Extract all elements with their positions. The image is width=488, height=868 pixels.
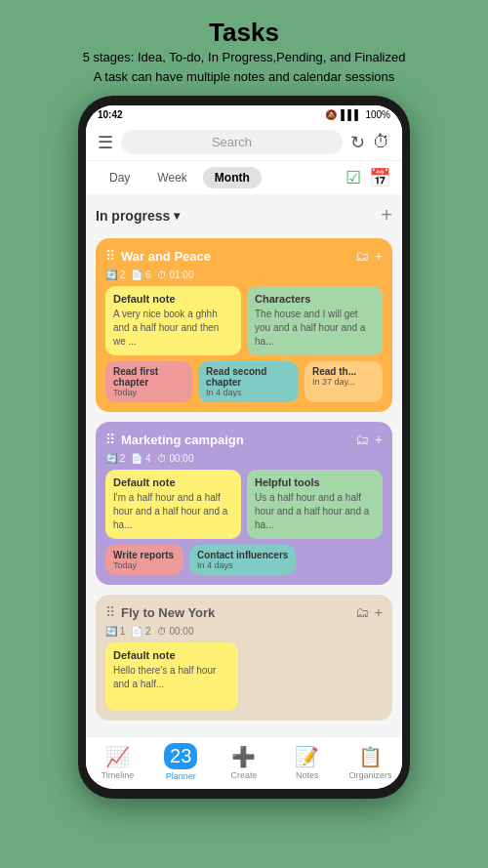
note-card-default-fly: Default note Hello there's a half hour a… [105, 642, 238, 711]
copy-icon[interactable]: 🗂 [355, 248, 369, 264]
task-title: Fly to New York [121, 605, 355, 620]
note-card-default: Default note A very nice book a ghhh and… [105, 286, 241, 355]
tab-icons: ☑ 📅 [346, 167, 390, 188]
task-sessions-count: 🔄 2 [105, 453, 125, 464]
status-battery: 🔕 ▌▌▌ 100% [325, 109, 390, 120]
session-chip-write[interactable]: Write reports Today [105, 545, 183, 575]
content-area: In progress ▾ + ⠿ War and Peace 🗂 + 🔄 2 [86, 194, 402, 736]
page-header: Tasks 5 stages: Idea, To-do, In Progress… [63, 0, 426, 96]
tab-day[interactable]: Day [98, 167, 142, 188]
note-body: I'm a half hour and a half hour and a ha… [113, 491, 233, 532]
session-title: Write reports [113, 550, 176, 560]
nav-label-notes: Notes [296, 770, 319, 780]
task-card-header: ⠿ Marketing campaign 🗂 + [105, 432, 383, 447]
task-meta: 🔄 2 📄 4 ⏱ 00:00 [105, 453, 383, 464]
stage-dropdown-icon[interactable]: ▾ [174, 209, 180, 223]
session-chip-contact[interactable]: Contact influencers In 4 days [189, 545, 296, 575]
notes-row: Default note Hello there's a half hour a… [105, 642, 383, 711]
tab-month[interactable]: Month [203, 167, 262, 188]
task-notes-count: 📄 4 [131, 453, 150, 464]
search-input[interactable]: Search [121, 130, 343, 154]
signal-icon: ▌▌▌ [341, 109, 361, 120]
task-actions: 🗂 + [355, 248, 383, 264]
app-toolbar: ☰ Search ↻ ⏱ [86, 124, 402, 161]
nav-label-planner: Planner [166, 771, 196, 781]
session-sub: In 37 day... [312, 377, 375, 387]
copy-icon[interactable]: 🗂 [355, 432, 369, 447]
task-title: War and Peace [121, 249, 355, 264]
task-meta: 🔄 2 📄 6 ⏱ 01:00 [105, 269, 383, 280]
session-sub: Today [113, 560, 176, 570]
timer-icon[interactable]: ⏱ [373, 132, 390, 152]
task-duration: ⏱ 00:00 [157, 626, 194, 637]
session-title: Read th... [312, 366, 375, 377]
stage-header: In progress ▾ + [96, 202, 392, 228]
session-title: Read second chapter [206, 366, 291, 388]
task-duration: ⏱ 01:00 [157, 269, 194, 280]
note-title: Default note [113, 293, 233, 305]
status-bar: 10:42 🔕 ▌▌▌ 100% [86, 105, 402, 124]
task-notes-count: 📄 2 [131, 626, 150, 637]
planner-icon: 23 [164, 743, 197, 769]
menu-icon[interactable]: ☰ [98, 132, 113, 153]
task-sessions-count: 🔄 2 [105, 269, 125, 280]
note-title: Helpful tools [255, 476, 375, 488]
calendar-icon[interactable]: 📅 [369, 167, 390, 188]
session-title: Read first chapter [113, 366, 184, 388]
task-notes-count: 📄 6 [131, 269, 150, 280]
task-card-fly: ⠿ Fly to New York 🗂 + 🔄 1 📄 2 ⏱ 00:00 De… [96, 595, 392, 721]
battery-text: 100% [365, 109, 390, 120]
task-title: Marketing campaign [121, 433, 355, 447]
notes-row: Default note I'm a half hour and a half … [105, 470, 383, 539]
notes-row: Default note A very nice book a ghhh and… [105, 286, 383, 355]
note-card-characters: Characters The house and I will get you … [247, 286, 383, 355]
note-card-helpful: Helpful tools Us a half hour and a half … [247, 470, 383, 539]
task-actions: 🗂 + [355, 604, 383, 620]
stage-name: In progress [96, 208, 170, 224]
session-chip-3[interactable]: Read th... In 37 day... [305, 361, 383, 402]
bottom-nav: 📈 Timeline 23 Planner ➕ Create 📝 Notes 📋… [86, 736, 402, 789]
task-card-marketing: ⠿ Marketing campaign 🗂 + 🔄 2 📄 4 ⏱ 00:00… [96, 422, 392, 585]
task-card-header: ⠿ Fly to New York 🗂 + [105, 604, 383, 620]
sessions-row: Read first chapter Today Read second cha… [105, 361, 383, 402]
stage-add-button[interactable]: + [381, 204, 392, 227]
nav-timeline[interactable]: 📈 Timeline [93, 745, 142, 780]
organizers-icon: 📋 [358, 745, 383, 768]
session-sub: In 4 days [197, 560, 288, 570]
note-body: Hello there's a half hour and a half... [113, 664, 230, 691]
task-add-icon[interactable]: + [375, 604, 383, 620]
checklist-icon[interactable]: ☑ [346, 167, 361, 188]
stage-label: In progress ▾ [96, 208, 180, 224]
session-chip-2[interactable]: Read second chapter In 4 days [198, 361, 299, 402]
note-body: A very nice book a ghhh and a half hour … [113, 308, 233, 349]
task-duration: ⏱ 00:00 [157, 453, 194, 464]
note-body: Us a half hour and a half hour and a hal… [255, 491, 375, 532]
page-subtitle2: A task can have multiple notes and calen… [83, 67, 406, 87]
task-sessions-count: 🔄 1 [105, 626, 125, 637]
drag-icon: ⠿ [105, 432, 115, 447]
session-chip-1[interactable]: Read first chapter Today [105, 361, 192, 402]
refresh-icon[interactable]: ↻ [350, 132, 365, 153]
notes-icon: 📝 [295, 745, 319, 768]
tab-week[interactable]: Week [145, 167, 198, 188]
session-title: Contact influencers [197, 550, 288, 560]
phone-frame: 10:42 🔕 ▌▌▌ 100% ☰ Search ↻ ⏱ Day Week M… [78, 96, 410, 799]
note-title: Characters [255, 293, 375, 305]
nav-create[interactable]: ➕ Create [220, 745, 268, 780]
session-sub: Today [113, 388, 184, 397]
task-add-icon[interactable]: + [375, 432, 383, 447]
nav-notes[interactable]: 📝 Notes [283, 745, 332, 780]
nav-organizers[interactable]: 📋 Organizers [346, 745, 395, 780]
note-title: Default note [113, 476, 233, 488]
task-add-icon[interactable]: + [375, 248, 383, 264]
mute-icon: 🔕 [325, 109, 337, 120]
note-title: Default note [113, 649, 230, 661]
page-subtitle1: 5 stages: Idea, To-do, In Progress,Pendi… [83, 48, 406, 67]
session-sub: In 4 days [206, 388, 291, 397]
task-actions: 🗂 + [355, 432, 383, 447]
nav-planner[interactable]: 23 Planner [156, 743, 205, 781]
phone-screen: 10:42 🔕 ▌▌▌ 100% ☰ Search ↻ ⏱ Day Week M… [86, 105, 402, 789]
note-body: The house and I will get you and a half … [255, 308, 375, 349]
nav-label-organizers: Organizers [349, 770, 392, 780]
copy-icon[interactable]: 🗂 [355, 604, 369, 620]
